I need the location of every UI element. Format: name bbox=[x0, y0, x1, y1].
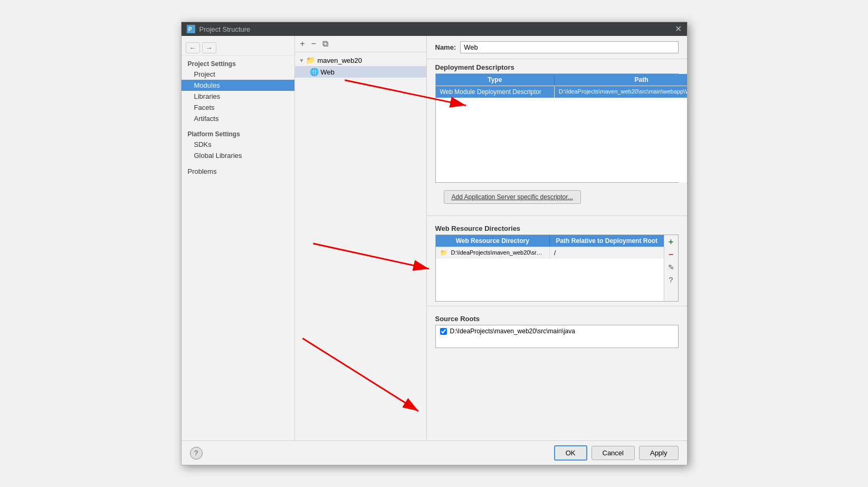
title-bar: P Project Structure ✕ bbox=[182, 22, 687, 36]
col-path: Path bbox=[555, 74, 686, 86]
wr-edit-button[interactable]: ✎ bbox=[665, 261, 677, 273]
source-path-0: D:\IdeaProjects\maven_web20\src\main\jav… bbox=[450, 327, 575, 335]
add-descriptor-wrapper: Add Application Server specific descript… bbox=[435, 186, 679, 208]
tree-item-web[interactable]: 🌐 Web bbox=[295, 66, 426, 78]
deployment-row-0[interactable]: Web Module Deployment Descriptor D:\Idea… bbox=[436, 86, 687, 98]
wr-col-path-relative: Path Relative to Deployment Root bbox=[550, 235, 664, 247]
folder-icon: 📁 bbox=[306, 56, 315, 64]
sidebar-item-facets[interactable]: Facets bbox=[182, 102, 294, 113]
help-button[interactable]: ? bbox=[190, 447, 203, 460]
wr-row-0[interactable]: 📁 D:\IdeaProjects\maven_web20\src\main\w… bbox=[436, 247, 664, 259]
dialog-icon: P bbox=[187, 25, 195, 33]
apply-button[interactable]: Apply bbox=[639, 446, 679, 460]
module-name-maven: maven_web20 bbox=[317, 57, 362, 64]
section-divider-1 bbox=[427, 216, 687, 216]
module-name-web: Web bbox=[321, 68, 335, 76]
remove-module-button[interactable]: − bbox=[309, 38, 318, 50]
dd-type-cell: Web Module Deployment Descriptor bbox=[436, 86, 555, 98]
sidebar-nav: ← → bbox=[182, 40, 294, 56]
sidebar-item-artifacts[interactable]: Artifacts bbox=[182, 113, 294, 124]
back-button[interactable]: ← bbox=[186, 42, 200, 53]
sidebar-item-global-libraries[interactable]: Global Libraries bbox=[182, 150, 294, 161]
project-structure-dialog: P Project Structure ✕ ← → Project Settin… bbox=[181, 22, 688, 465]
dialog-body: ← → Project Settings Project Modules Lib… bbox=[182, 36, 687, 441]
sidebar-item-libraries[interactable]: Libraries bbox=[182, 91, 294, 102]
sidebar: ← → Project Settings Project Modules Lib… bbox=[182, 36, 295, 441]
wr-remove-button[interactable]: − bbox=[665, 249, 677, 260]
wr-side-buttons: + − ✎ ? bbox=[664, 235, 678, 301]
wr-col-directory: Web Resource Directory bbox=[436, 235, 550, 247]
web-module-icon: 🌐 bbox=[310, 68, 319, 76]
expand-icon: ▼ bbox=[299, 58, 304, 63]
wr-help-button[interactable]: ? bbox=[665, 274, 677, 286]
problems-item[interactable]: Problems bbox=[182, 167, 294, 175]
sidebar-item-sdks[interactable]: SDKs bbox=[182, 139, 294, 150]
close-button[interactable]: ✕ bbox=[675, 25, 682, 33]
dd-path-cell: D:\IdeaProjects\maven_web20\src\main\web… bbox=[555, 86, 686, 98]
source-checkbox-0[interactable] bbox=[440, 328, 447, 335]
copy-module-button[interactable]: ⧉ bbox=[320, 38, 330, 50]
name-label: Name: bbox=[435, 43, 456, 51]
name-row: Name: bbox=[427, 36, 687, 59]
spacer bbox=[427, 348, 687, 441]
web-resource-table-wrapper: Web Resource Directory Path Relative to … bbox=[435, 235, 679, 302]
svg-text:P: P bbox=[188, 26, 192, 32]
content-row: + − ⧉ ▼ 📁 maven_web20 🌐 Web bbox=[295, 36, 687, 441]
col-type: Type bbox=[436, 74, 555, 86]
deployment-empty-area bbox=[436, 98, 687, 182]
add-descriptor-button[interactable]: Add Application Server specific descript… bbox=[444, 190, 581, 204]
module-tree: ▼ 📁 maven_web20 🌐 Web bbox=[295, 52, 426, 441]
project-settings-label: Project Settings bbox=[182, 58, 294, 69]
source-roots-table: D:\IdeaProjects\maven_web20\src\main\jav… bbox=[435, 325, 679, 348]
sidebar-item-modules[interactable]: Modules bbox=[182, 80, 294, 91]
deployment-descriptors-header: Deployment Descriptors bbox=[427, 59, 687, 73]
module-toolbar: + − ⧉ bbox=[295, 36, 426, 52]
dialog-title: Project Structure bbox=[199, 25, 671, 33]
wr-empty-area bbox=[436, 259, 664, 301]
name-input[interactable] bbox=[460, 41, 678, 53]
deployment-table-header: Type Path bbox=[436, 74, 687, 86]
ok-button[interactable]: OK bbox=[554, 445, 587, 461]
wr-directory-cell: 📁 D:\IdeaProjects\maven_web20\src\main\w… bbox=[436, 247, 550, 259]
web-resource-header: Web Resource Directories bbox=[427, 220, 687, 235]
sidebar-item-project[interactable]: Project bbox=[182, 69, 294, 80]
source-roots-empty bbox=[436, 337, 678, 348]
wr-add-button[interactable]: + bbox=[665, 236, 677, 248]
deployment-descriptors-table: Type Path Web Module Deployment Descript… bbox=[436, 74, 687, 182]
web-resource-table: Web Resource Directory Path Relative to … bbox=[436, 235, 664, 301]
tree-item-maven-web20[interactable]: ▼ 📁 maven_web20 bbox=[295, 54, 426, 66]
right-panel: Name: Deployment Descriptors Type Path W… bbox=[427, 36, 687, 441]
deployment-descriptors-table-wrapper: Type Path Web Module Deployment Descript… bbox=[435, 73, 679, 183]
module-panel: + − ⧉ ▼ 📁 maven_web20 🌐 Web bbox=[295, 36, 427, 441]
add-module-button[interactable]: + bbox=[298, 38, 307, 50]
cancel-button[interactable]: Cancel bbox=[592, 446, 635, 460]
wr-table-header: Web Resource Directory Path Relative to … bbox=[436, 235, 664, 247]
dialog-footer: ? OK Cancel Apply bbox=[182, 441, 687, 465]
wr-path-relative-cell: / bbox=[550, 247, 664, 259]
source-roots-header: Source Roots bbox=[427, 311, 687, 325]
source-row-0: D:\IdeaProjects\maven_web20\src\main\jav… bbox=[436, 325, 678, 337]
section-divider-2 bbox=[427, 306, 687, 306]
folder-icon-wr: 📁 bbox=[440, 249, 447, 256]
platform-settings-label: Platform Settings bbox=[182, 128, 294, 139]
forward-button[interactable]: → bbox=[202, 42, 216, 53]
